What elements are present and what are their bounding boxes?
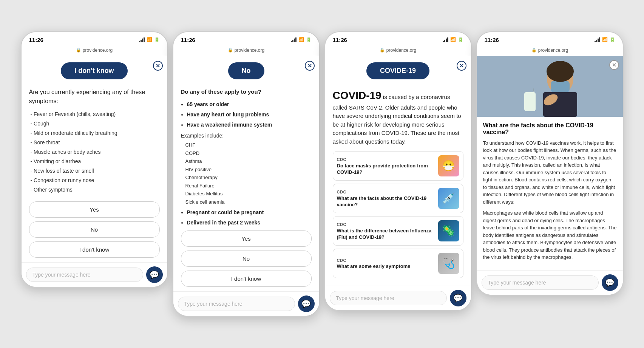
- lock-icon-2: 🔒: [228, 48, 233, 53]
- no-button-1[interactable]: No: [29, 221, 160, 238]
- yes-button-2[interactable]: Yes: [181, 230, 312, 247]
- browser-bar-2: 🔒 providence.org: [173, 45, 319, 56]
- card-info-vaccine: CDC What are the facts about the COVID-1…: [337, 189, 434, 208]
- examples-label: Examples include:: [181, 132, 312, 140]
- browser-bar-1: 🔒 providence.org: [22, 45, 167, 56]
- symptom-1: - Fever or Feverish (chills, sweating): [31, 110, 160, 118]
- bullet-3: Have a weakened immune system: [187, 121, 312, 129]
- chat-body-3: COVIDE-19 ✕ COVID-19 is caused by a coro…: [325, 56, 471, 311]
- covid-desc-text: is caused by a coronavirus called SARS-C…: [333, 94, 461, 145]
- symptom-9: - Other symptoms: [31, 186, 160, 194]
- message-input-4[interactable]: Type your message here: [482, 275, 599, 290]
- card-info-flu: CDC What is the difference between Influ…: [337, 221, 434, 240]
- chat-body-4: ✕: [477, 56, 623, 295]
- message-input-2[interactable]: Type your message here: [178, 297, 295, 311]
- send-button-4[interactable]: 💬: [602, 274, 618, 291]
- chat-body-1: I don't know ✕ Are you currently experie…: [22, 56, 167, 287]
- phone-1: 11:26 📶 🔋 🔒 providence.org I don't know …: [21, 31, 168, 288]
- status-bar-3: 11:26 📶 🔋: [325, 32, 471, 45]
- symptom-5: - Muscle aches or body aches: [31, 148, 160, 156]
- battery-icon-2: 🔋: [306, 37, 312, 42]
- message-input-3[interactable]: Type your message here: [330, 291, 447, 305]
- article-para-2: Macrophages are white blood cells that s…: [483, 209, 617, 261]
- chat-footer-1: Type your message here 💬: [22, 262, 167, 287]
- lock-icon-1: 🔒: [76, 48, 81, 53]
- status-icons-2: 📶 🔋: [291, 37, 312, 42]
- card-masks[interactable]: CDC Do face masks provide protection fro…: [333, 151, 463, 181]
- bullet-list-2b: Pregnant or could be pregnant Delivered …: [187, 209, 312, 227]
- chat-header-2: No ✕: [173, 56, 319, 83]
- header-bubble-3: COVIDE-19: [366, 62, 429, 79]
- send-button-1[interactable]: 💬: [146, 266, 163, 283]
- status-icons-4: 📶 🔋: [595, 37, 615, 42]
- chat-footer-2: Type your message here 💬: [173, 291, 319, 316]
- time-3: 11:26: [333, 37, 347, 43]
- battery-icon-1: 🔋: [154, 37, 160, 42]
- symptom-2: - Cough: [31, 120, 160, 128]
- example-renal: Renal Failure: [185, 182, 312, 190]
- close-button-3[interactable]: ✕: [457, 61, 466, 71]
- card-img-1: 😷: [438, 155, 459, 176]
- question-text-1: Are you currently experiencing any of th…: [29, 88, 160, 106]
- battery-icon-4: 🔋: [610, 37, 615, 42]
- time-4: 11:26: [485, 37, 499, 43]
- status-icons-3: 📶 🔋: [443, 37, 463, 42]
- bullet-2: Have any heart or lung problems: [187, 111, 312, 119]
- card-img-3: 🦠: [438, 220, 459, 241]
- status-bar-2: 11:26 📶 🔋: [173, 32, 319, 45]
- bullet-pregnant: Pregnant or could be pregnant: [187, 209, 312, 217]
- example-chf: CHF: [185, 141, 312, 149]
- close-button-4[interactable]: ✕: [609, 60, 619, 70]
- card-title-4: What are some early symptoms: [337, 263, 434, 270]
- send-button-2[interactable]: 💬: [298, 295, 315, 312]
- btn-options-2: Yes No I don't know: [181, 230, 312, 287]
- card-flu[interactable]: CDC What is the difference between Influ…: [333, 216, 463, 246]
- card-title-3: What is the difference between Influenza…: [337, 228, 434, 241]
- no-button-2[interactable]: No: [181, 251, 312, 267]
- card-source-3: CDC: [337, 221, 434, 228]
- card-vaccine[interactable]: CDC What are the facts about the COVID-1…: [333, 184, 463, 213]
- lock-icon-4: 🔒: [531, 48, 537, 53]
- phone-3: 11:26 📶 🔋 🔒 providence.org COVIDE-19 ✕: [324, 31, 472, 311]
- card-img-4: 🩺: [438, 253, 459, 274]
- dont-know-button-1[interactable]: I don't know: [29, 241, 160, 258]
- article-body: To understand how COVID-19 vaccines work…: [483, 139, 617, 261]
- header-bubble-2: No: [228, 62, 264, 79]
- url-1: providence.org: [83, 48, 113, 53]
- yes-button-1[interactable]: Yes: [29, 201, 160, 218]
- close-button-2[interactable]: ✕: [305, 61, 315, 71]
- chat-content-3: COVID-19 is caused by a coronavirus call…: [325, 83, 471, 286]
- message-input-1[interactable]: Type your message here: [26, 268, 143, 282]
- symptom-6: - Vomiting or diarrhea: [31, 158, 160, 165]
- symptom-4: - Sore throat: [31, 139, 160, 147]
- header-bubble-1: I don't know: [61, 62, 127, 79]
- example-chemo: Chemotherapy: [185, 174, 312, 181]
- btn-options-1: Yes No I don't know: [29, 201, 160, 258]
- article-title: What are the facts about the COVID-19 va…: [483, 122, 617, 136]
- time-2: 11:26: [181, 37, 195, 43]
- card-symptoms[interactable]: CDC What are some early symptoms 🩺: [333, 249, 463, 278]
- article-para-1: To understand how COVID-19 vaccines work…: [483, 139, 617, 206]
- card-source-1: CDC: [337, 156, 434, 163]
- symptom-7: - New loss of taste or smell: [31, 167, 160, 175]
- status-icons-1: 📶 🔋: [139, 37, 160, 42]
- card-title-2: What are the facts about the COVID-19 va…: [337, 195, 434, 208]
- close-button-1[interactable]: ✕: [153, 61, 163, 71]
- example-diabetes: Diabetes Mellitus: [185, 190, 312, 198]
- card-info-masks: CDC Do face masks provide protection fro…: [337, 156, 434, 175]
- card-source-4: CDC: [337, 257, 434, 264]
- url-3: providence.org: [386, 48, 416, 53]
- send-button-3[interactable]: 💬: [450, 290, 466, 306]
- status-bar-4: 11:26 📶 🔋: [477, 32, 623, 45]
- wifi-icon-1: 📶: [147, 37, 152, 42]
- symptom-list-1: - Fever or Feverish (chills, sweating) -…: [31, 110, 160, 194]
- chat-header-3: COVIDE-19 ✕: [325, 56, 471, 83]
- example-hiv: HIV positive: [185, 166, 312, 173]
- article-content: What are the facts about the COVID-19 va…: [477, 117, 623, 270]
- dont-know-button-2[interactable]: I don't know: [181, 271, 312, 287]
- bullet-list-2: 65 years or older Have any heart or lung…: [187, 101, 312, 129]
- screens-container: 11:26 📶 🔋 🔒 providence.org I don't know …: [21, 31, 624, 317]
- bullet-delivered: Delivered in the past 2 weeks: [187, 219, 312, 227]
- svg-point-5: [547, 61, 574, 82]
- svg-rect-10: [533, 88, 534, 91]
